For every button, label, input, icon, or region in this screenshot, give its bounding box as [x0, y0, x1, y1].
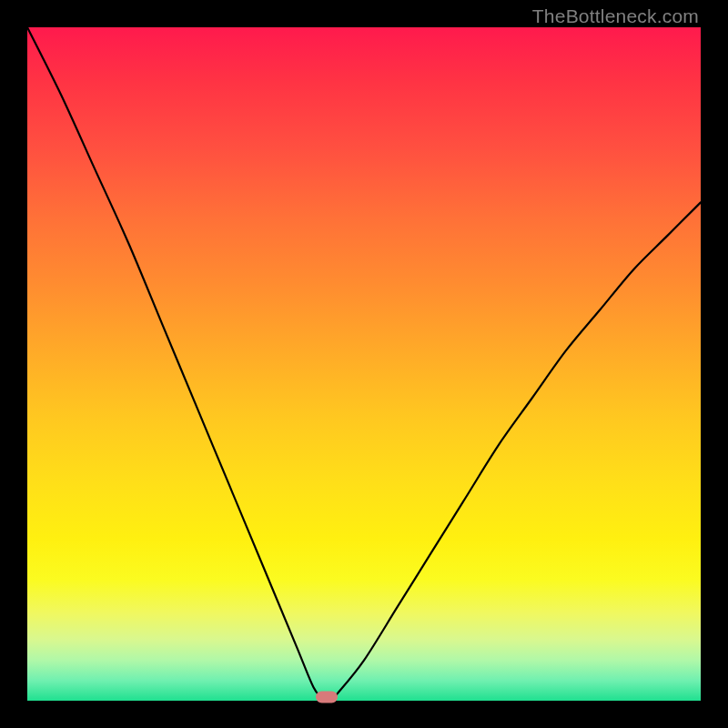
chart-frame: TheBottleneck.com — [0, 0, 728, 728]
watermark-label: TheBottleneck.com — [532, 5, 699, 27]
optimal-point-marker — [316, 692, 338, 703]
plot-area — [27, 27, 701, 701]
